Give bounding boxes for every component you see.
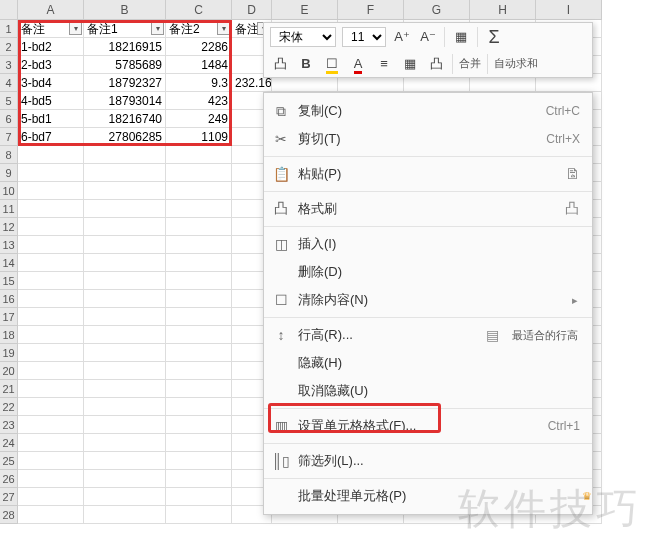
cell[interactable]	[166, 416, 232, 434]
row-header[interactable]: 13	[0, 236, 18, 254]
select-all-corner[interactable]	[0, 0, 18, 20]
cell[interactable]: 27806285	[84, 128, 166, 146]
row-header[interactable]: 1	[0, 20, 18, 38]
cell[interactable]	[84, 344, 166, 362]
cell[interactable]	[18, 470, 84, 488]
cell[interactable]	[18, 452, 84, 470]
menu-copy[interactable]: ⧉复制(C)Ctrl+C	[264, 97, 592, 125]
row-header[interactable]: 15	[0, 272, 18, 290]
font-color-icon[interactable]: A	[348, 54, 368, 74]
autosum-label[interactable]: 自动求和	[494, 56, 538, 71]
menu-batch[interactable]: 批量处理单元格(P)♛	[264, 482, 592, 510]
row-header[interactable]: 18	[0, 326, 18, 344]
cell[interactable]	[84, 308, 166, 326]
cell[interactable]	[18, 200, 84, 218]
row-header[interactable]: 11	[0, 200, 18, 218]
cell[interactable]	[18, 326, 84, 344]
row-header[interactable]: 27	[0, 488, 18, 506]
cell[interactable]	[18, 290, 84, 308]
row-header[interactable]: 23	[0, 416, 18, 434]
col-header-E[interactable]: E	[272, 0, 338, 20]
row-header[interactable]: 7	[0, 128, 18, 146]
cell[interactable]	[84, 470, 166, 488]
col-header-C[interactable]: C	[166, 0, 232, 20]
menu-rowheight[interactable]: ↕行高(R)...▤最适合的行高	[264, 321, 592, 349]
row-header[interactable]: 16	[0, 290, 18, 308]
paste-special-icon[interactable]: 🖺	[552, 166, 592, 182]
row-header[interactable]: 2	[0, 38, 18, 56]
bestfit-icon[interactable]: ▤	[472, 327, 512, 343]
menu-filter[interactable]: ║▯筛选列(L)...	[264, 447, 592, 475]
format-painter-arrow-icon[interactable]: 凸	[552, 200, 592, 218]
cell[interactable]	[84, 434, 166, 452]
cell[interactable]: 3-bd4	[18, 74, 84, 92]
col-header-B[interactable]: B	[84, 0, 166, 20]
cell[interactable]	[166, 200, 232, 218]
row-header[interactable]: 20	[0, 362, 18, 380]
row-header[interactable]: 21	[0, 380, 18, 398]
cell[interactable]	[166, 452, 232, 470]
cell[interactable]	[84, 182, 166, 200]
cell[interactable]: 1-bd2	[18, 38, 84, 56]
row-header[interactable]: 17	[0, 308, 18, 326]
cell[interactable]: 1484	[166, 56, 232, 74]
cell[interactable]	[166, 236, 232, 254]
cell[interactable]	[166, 434, 232, 452]
cell[interactable]: 18793014	[84, 92, 166, 110]
cell[interactable]: 6-bd7	[18, 128, 84, 146]
cell[interactable]	[84, 326, 166, 344]
cell[interactable]	[166, 398, 232, 416]
cell[interactable]	[18, 146, 84, 164]
cell[interactable]	[166, 362, 232, 380]
row-header[interactable]: 12	[0, 218, 18, 236]
cell[interactable]: 备注2▾	[166, 20, 232, 38]
cell[interactable]	[166, 146, 232, 164]
cell[interactable]	[166, 326, 232, 344]
row-header[interactable]: 26	[0, 470, 18, 488]
increase-font-icon[interactable]: A⁺	[392, 27, 412, 47]
cell[interactable]	[166, 344, 232, 362]
filter-arrow-icon[interactable]: ▾	[151, 22, 164, 35]
fill-color-icon[interactable]: ☐	[322, 54, 342, 74]
col-header-H[interactable]: H	[470, 0, 536, 20]
filter-arrow-icon[interactable]: ▾	[217, 22, 230, 35]
cell[interactable]	[18, 506, 84, 524]
cell[interactable]	[84, 506, 166, 524]
cell[interactable]	[18, 416, 84, 434]
cell[interactable]: 18216915	[84, 38, 166, 56]
cell[interactable]	[84, 362, 166, 380]
row-header[interactable]: 28	[0, 506, 18, 524]
cell[interactable]: 2286	[166, 38, 232, 56]
cell[interactable]	[84, 254, 166, 272]
row-header[interactable]: 4	[0, 74, 18, 92]
menu-unhide[interactable]: 取消隐藏(U)	[264, 377, 592, 405]
cell[interactable]	[18, 308, 84, 326]
cell[interactable]	[166, 488, 232, 506]
row-header[interactable]: 3	[0, 56, 18, 74]
cell[interactable]	[84, 488, 166, 506]
cell[interactable]	[166, 506, 232, 524]
cell[interactable]	[18, 398, 84, 416]
cell[interactable]: 423	[166, 92, 232, 110]
menu-insert[interactable]: ◫插入(I)	[264, 230, 592, 258]
cell[interactable]: 备注▾	[18, 20, 84, 38]
cell[interactable]	[84, 290, 166, 308]
autosum-icon[interactable]: Σ	[484, 27, 504, 47]
cell[interactable]	[18, 164, 84, 182]
cell[interactable]	[166, 290, 232, 308]
format-painter-icon[interactable]: 凸	[270, 54, 290, 74]
row-header[interactable]: 19	[0, 344, 18, 362]
menu-paste[interactable]: 📋粘贴(P)🖺	[264, 160, 592, 188]
align-icon[interactable]: ≡	[374, 54, 394, 74]
cell[interactable]: 5785689	[84, 56, 166, 74]
cell[interactable]	[84, 416, 166, 434]
cell[interactable]	[84, 272, 166, 290]
cell[interactable]	[18, 236, 84, 254]
cell[interactable]	[84, 146, 166, 164]
cell[interactable]	[166, 470, 232, 488]
cell[interactable]: 9.3	[166, 74, 232, 92]
row-header[interactable]: 5	[0, 92, 18, 110]
col-header-I[interactable]: I	[536, 0, 602, 20]
cell[interactable]	[84, 164, 166, 182]
cell[interactable]: 18792327	[84, 74, 166, 92]
